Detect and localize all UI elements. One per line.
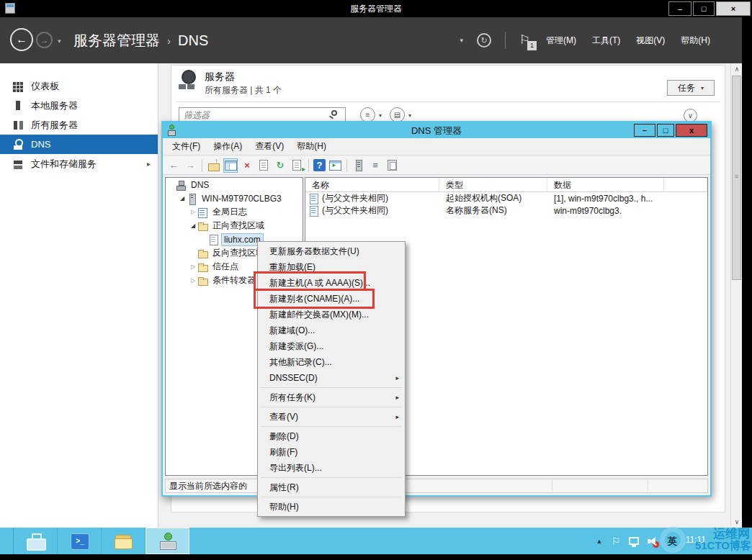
menu-item-dnssec[interactable]: DNSSEC(D)▸: [258, 370, 405, 386]
menu-item-properties[interactable]: 属性(R): [258, 479, 405, 495]
tree-item-global-logs[interactable]: ▷全局日志: [166, 205, 303, 219]
help-icon[interactable]: ?: [313, 159, 326, 171]
sidebar-item-dns[interactable]: DNS: [0, 135, 158, 154]
scrollbar-thumb[interactable]: ≡: [732, 76, 741, 280]
action-center-flag-icon[interactable]: ⚐: [611, 536, 620, 547]
new-window-icon[interactable]: [328, 158, 342, 173]
folder-icon: [197, 262, 207, 272]
dns-menu-1[interactable]: 操作(A): [207, 140, 249, 153]
dns-menu-2[interactable]: 查看(V): [249, 140, 290, 153]
menu-item-all-tasks[interactable]: 所有任务(K)▸: [258, 389, 405, 405]
console-tree-icon[interactable]: [223, 158, 238, 173]
powershell-icon: [70, 533, 89, 550]
notifications-flag[interactable]: ⚐ 1: [519, 32, 532, 48]
panel-subtitle: 所有服务器 | 共 1 个: [205, 84, 282, 96]
record-row[interactable]: (与父文件夹相同)起始授权机构(SOA)[1], win-m9t970clbg3…: [305, 192, 707, 204]
new-window-icon-glyph: [329, 161, 341, 171]
nav-menu-2[interactable]: 视图(V): [636, 35, 665, 47]
close-button[interactable]: ×: [716, 1, 751, 16]
tree-item-label: 正向查找区域: [210, 219, 267, 232]
up-level-icon-glyph: [208, 161, 220, 171]
menu-item-view[interactable]: 查看(V)▸: [258, 409, 405, 425]
menu-separator: [260, 477, 403, 478]
menu-item-delete[interactable]: 删除(D): [258, 428, 405, 444]
filter-input[interactable]: [179, 107, 346, 122]
sidebar-item-file-storage[interactable]: 文件和存储服务▸: [0, 154, 158, 173]
column-header-1[interactable]: 类型: [439, 178, 547, 191]
expander-open-icon[interactable]: ◢: [189, 222, 197, 229]
taskbar-file-explorer[interactable]: [102, 528, 146, 554]
expander-open-icon[interactable]: ◢: [178, 195, 187, 202]
menu-item-other-new-records[interactable]: 其他新记录(C)...: [258, 354, 405, 370]
refresh-icon[interactable]: ↻: [477, 33, 491, 48]
taskbar-powershell[interactable]: [58, 528, 102, 554]
menu-item-label: 刷新(F): [269, 446, 297, 459]
server-manager-titlebar: 服务器管理器 – □ ×: [0, 0, 752, 17]
delete-icon[interactable]: ×: [240, 158, 254, 173]
taskbar-buttons: [14, 528, 189, 554]
clipboard-icon[interactable]: [385, 158, 399, 173]
dns-titlebar[interactable]: DNS 管理器: [163, 122, 710, 138]
back-icon[interactable]: ←: [166, 158, 181, 173]
chevron-down-icon[interactable]: ▾: [460, 37, 463, 44]
taskbar-server-manager[interactable]: [14, 528, 58, 554]
chevron-down-icon[interactable]: ▾: [379, 112, 382, 119]
forward-button[interactable]: →: [36, 32, 53, 48]
sidebar-item-local-server[interactable]: 本地服务器: [0, 96, 158, 115]
sidebar-item-dashboard[interactable]: 仪表板: [0, 76, 158, 96]
up-level-icon[interactable]: [207, 158, 221, 173]
taskbar-dns-console[interactable]: [146, 528, 189, 554]
dns-minimize-button[interactable]: –: [634, 124, 655, 137]
column-header-3[interactable]: [664, 178, 707, 191]
list-icon[interactable]: ≡: [368, 158, 382, 173]
server-status-icon[interactable]: [352, 158, 366, 173]
minimize-button[interactable]: –: [668, 1, 691, 16]
column-header-0[interactable]: 名称: [305, 178, 439, 191]
dns-menu-3[interactable]: 帮助(H): [290, 140, 333, 153]
record-row[interactable]: (与父文件夹相同)名称服务器(NS)win-m9t970clbg3.: [305, 204, 707, 217]
expander-closed-icon[interactable]: ▷: [189, 263, 197, 270]
tree-item-server-node[interactable]: ◢WIN-M9T970CLBG3: [166, 191, 303, 205]
forward-icon[interactable]: →: [183, 158, 197, 173]
nav-menu-0[interactable]: 管理(M): [546, 35, 576, 47]
history-dropdown-icon[interactable]: ▾: [58, 37, 61, 45]
nav-menu-3[interactable]: 帮助(H): [681, 35, 710, 47]
menu-item-export-list[interactable]: 导出列表(L)...: [258, 460, 405, 476]
tree-item-forward-zones[interactable]: ◢正向查找区域: [166, 219, 303, 232]
tasks-button[interactable]: 任务 ▾: [667, 80, 715, 96]
dns-maximize-button[interactable]: □: [657, 124, 674, 137]
file-storage-icon: [12, 158, 24, 170]
dns-menu-0[interactable]: 文件(F): [166, 140, 207, 153]
save-filter-button[interactable]: ▤: [390, 107, 405, 122]
maximize-button[interactable]: □: [693, 1, 715, 16]
menu-item-label: 更新服务器数据文件(U): [269, 245, 359, 258]
export-icon[interactable]: [290, 158, 304, 173]
tray-expand-icon[interactable]: ▲: [596, 538, 603, 545]
properties-icon[interactable]: [256, 158, 271, 173]
menu-item-refresh[interactable]: 刷新(F): [258, 444, 405, 460]
breadcrumb-root[interactable]: 服务器管理器: [73, 31, 160, 50]
expander-closed-icon[interactable]: ▷: [189, 209, 197, 215]
menu-item-label: 所有任务(K): [269, 392, 315, 404]
chevron-right-icon[interactable]: ▸: [147, 160, 151, 168]
column-header-2[interactable]: 数据: [547, 178, 664, 191]
network-icon[interactable]: [629, 537, 639, 545]
expander-closed-icon[interactable]: ▷: [189, 277, 197, 284]
chevron-down-icon[interactable]: ▾: [408, 112, 411, 119]
filter-options-button[interactable]: ≡: [360, 107, 375, 122]
tree-item-dns-root[interactable]: DNS: [166, 178, 303, 191]
dns-close-button[interactable]: x: [676, 124, 707, 137]
menu-item-help[interactable]: 帮助(H): [258, 499, 405, 515]
notification-count-badge: 1: [527, 41, 537, 50]
scroll-up-icon[interactable]: ∧: [731, 63, 743, 75]
back-button[interactable]: ←: [10, 28, 33, 51]
refresh-icon[interactable]: ↻: [273, 158, 287, 173]
vertical-scrollbar[interactable]: ∧ ≡ ∨: [730, 63, 742, 528]
menu-item-update-server-data-file[interactable]: 更新服务器数据文件(U): [258, 243, 405, 259]
nav-menu-1[interactable]: 工具(T): [592, 35, 620, 47]
list-icon-glyph: ≡: [372, 160, 378, 171]
menu-item-new-mail-exchanger[interactable]: 新建邮件交换器(MX)(M)...: [258, 307, 405, 322]
menu-item-new-delegation[interactable]: 新建委派(G)...: [258, 338, 405, 354]
menu-item-new-domain[interactable]: 新建域(O)...: [258, 322, 405, 338]
sidebar-item-all-servers[interactable]: 所有服务器: [0, 115, 158, 135]
